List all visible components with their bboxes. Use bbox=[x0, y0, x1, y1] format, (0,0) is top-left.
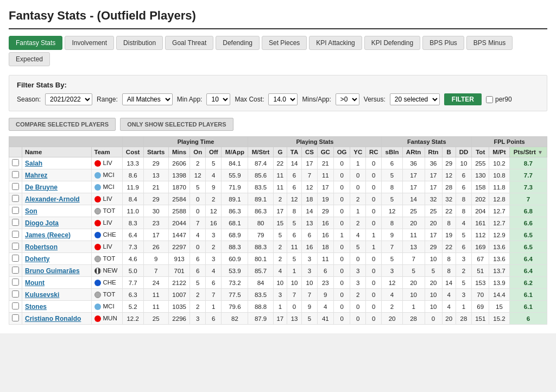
tab-defending[interactable]: Defending bbox=[216, 36, 260, 50]
b-cell: 28 bbox=[442, 181, 456, 193]
row-checkbox-cell bbox=[9, 313, 22, 325]
mpt-cell: 12.8 bbox=[489, 193, 509, 205]
mpt-cell: 15 bbox=[489, 301, 509, 313]
row-checkbox[interactable] bbox=[12, 231, 19, 238]
cs-cell: 13 bbox=[302, 217, 318, 229]
row-checkbox[interactable] bbox=[12, 290, 19, 298]
yc-cell: 1 bbox=[350, 205, 366, 217]
tab-expected[interactable]: Expected bbox=[9, 52, 50, 66]
player-name-link[interactable]: Mahrez bbox=[25, 172, 47, 179]
mstrt-cell: 86.3 bbox=[248, 205, 273, 217]
player-name-cell: Kulusevski bbox=[22, 289, 92, 301]
minapp-select[interactable]: 10 bbox=[206, 93, 230, 105]
sbln-cell: 9 bbox=[382, 229, 402, 241]
player-name-link[interactable]: Diogo Jota bbox=[25, 219, 59, 227]
row-checkbox[interactable] bbox=[12, 195, 19, 202]
artn-cell: 7 bbox=[402, 253, 425, 265]
row-checkbox[interactable] bbox=[12, 255, 19, 262]
sbln-cell: 4 bbox=[382, 289, 402, 301]
player-name-link[interactable]: Mount bbox=[25, 279, 45, 287]
col-yc: YC bbox=[350, 147, 366, 157]
ptsstrt-cell: 6.4 bbox=[509, 253, 547, 265]
b-cell: 8 bbox=[442, 253, 456, 265]
row-checkbox[interactable] bbox=[12, 314, 19, 321]
mapp-cell: 82 bbox=[222, 313, 248, 325]
rc-cell: 0 bbox=[366, 301, 382, 313]
team-badge bbox=[94, 220, 101, 226]
row-checkbox[interactable] bbox=[12, 267, 19, 274]
sort-arrow: ▼ bbox=[538, 149, 543, 155]
row-checkbox[interactable] bbox=[12, 279, 19, 286]
show-selected-button[interactable]: ONLY SHOW SELECTED PLAYERS bbox=[120, 118, 233, 131]
per90-checkbox[interactable] bbox=[486, 96, 493, 103]
row-checkbox-cell bbox=[9, 205, 22, 217]
player-name-link[interactable]: Alexander-Arnold bbox=[25, 195, 80, 203]
player-name-link[interactable]: Stones bbox=[25, 303, 47, 311]
col-ptsstrt[interactable]: Pts/Strt ▼ bbox=[509, 147, 547, 157]
gc-cell: 18 bbox=[317, 241, 333, 253]
player-name-link[interactable]: Bruno Guimarães bbox=[25, 267, 80, 275]
mins-cell: 701 bbox=[168, 265, 190, 277]
b-cell: 29 bbox=[442, 157, 456, 169]
player-name-link[interactable]: Son bbox=[25, 207, 37, 215]
dd-cell: 8 bbox=[456, 193, 471, 205]
cost-cell: 12.2 bbox=[122, 313, 143, 325]
player-name-link[interactable]: Doherty bbox=[25, 255, 49, 263]
cs-cell: 10 bbox=[302, 277, 318, 289]
season-select[interactable]: 2021/2022 bbox=[45, 93, 92, 105]
tab-fantasy-stats[interactable]: Fantasy Stats bbox=[9, 36, 62, 50]
filter-button[interactable]: FILTER bbox=[444, 93, 482, 105]
player-name-cell: Salah bbox=[22, 157, 92, 169]
player-name-link[interactable]: Cristiano Ronaldo bbox=[25, 315, 81, 323]
tab-bps-plus[interactable]: BPS Plus bbox=[422, 36, 464, 50]
row-checkbox[interactable] bbox=[12, 243, 19, 250]
team-cell: TOT bbox=[91, 289, 122, 301]
on-cell: 12 bbox=[190, 169, 206, 181]
mins-cell: 1398 bbox=[168, 169, 190, 181]
row-checkbox[interactable] bbox=[12, 159, 19, 166]
group-header-cost bbox=[122, 137, 143, 147]
table-row: Cristiano Ronaldo MUN 12.2 25 2296 3 6 8… bbox=[9, 313, 547, 325]
player-name-link[interactable]: Robertson bbox=[25, 243, 58, 251]
tab-goal-threat[interactable]: Goal Threat bbox=[165, 36, 213, 50]
maxcost-select[interactable]: 14.0 bbox=[268, 93, 298, 105]
player-name-link[interactable]: Salah bbox=[25, 160, 42, 167]
cost-cell: 7.3 bbox=[122, 241, 143, 253]
row-checkbox[interactable] bbox=[12, 171, 19, 178]
gc-cell: 9 bbox=[317, 289, 333, 301]
table-row: Robertson LIV 7.3 26 2297 0 2 88.3 88.3 … bbox=[9, 241, 547, 253]
team-cell: NEW bbox=[91, 265, 122, 277]
sbln-cell: 12 bbox=[382, 277, 402, 289]
player-name-cell: Robertson bbox=[22, 241, 92, 253]
tab-set-pieces[interactable]: Set Pieces bbox=[262, 36, 307, 50]
mapp-cell: 53.9 bbox=[222, 265, 248, 277]
gc-cell: 23 bbox=[317, 277, 333, 289]
ptsstrt-cell: 6.5 bbox=[509, 229, 547, 241]
ta-cell: 8 bbox=[287, 205, 302, 217]
row-checkbox[interactable] bbox=[12, 219, 19, 226]
tot-cell: 130 bbox=[472, 169, 489, 181]
player-name-link[interactable]: Kulusevski bbox=[25, 291, 59, 299]
minsapp-select[interactable]: >0 bbox=[336, 93, 359, 105]
tab-involvement[interactable]: Involvement bbox=[65, 36, 114, 50]
player-name-link[interactable]: James (Reece) bbox=[25, 231, 71, 239]
tab-kpi-attacking[interactable]: KPI Attacking bbox=[309, 36, 362, 50]
player-name-link[interactable]: De Bruyne bbox=[25, 184, 58, 191]
range-select[interactable]: All Matches bbox=[122, 93, 173, 105]
versus-select[interactable]: 20 selected bbox=[390, 93, 440, 105]
row-checkbox[interactable] bbox=[12, 302, 19, 309]
col-og: OG bbox=[333, 147, 350, 157]
tab-kpi-defending[interactable]: KPI Defending bbox=[364, 36, 420, 50]
tab-bps-minus[interactable]: BPS Minus bbox=[466, 36, 513, 50]
gc-cell: 4 bbox=[317, 301, 333, 313]
row-checkbox[interactable] bbox=[12, 183, 19, 190]
row-checkbox-cell bbox=[9, 265, 22, 277]
off-cell: 1 bbox=[206, 301, 222, 313]
cost-cell: 5.0 bbox=[122, 265, 143, 277]
mins-cell: 1007 bbox=[168, 289, 190, 301]
row-checkbox-cell bbox=[9, 253, 22, 265]
sbln-cell: 5 bbox=[382, 193, 402, 205]
tab-distribution[interactable]: Distribution bbox=[116, 36, 163, 50]
row-checkbox[interactable] bbox=[12, 207, 19, 214]
compare-button[interactable]: COMPARE SELECTED PLAYERS bbox=[9, 118, 116, 131]
